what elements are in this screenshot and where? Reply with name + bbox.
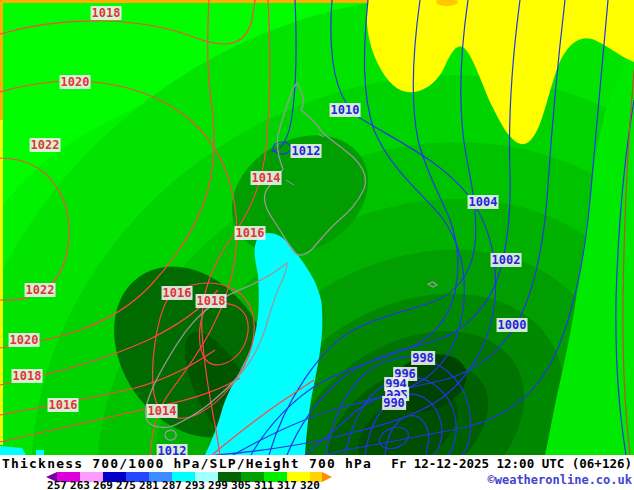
pressure-label-1018: 1018 bbox=[12, 369, 43, 383]
colorbar-value: 287 bbox=[162, 479, 182, 490]
pressure-label-1010: 1010 bbox=[330, 103, 361, 117]
legend-datetime: Fr 12-12-2025 12:00 UTC (06+126) bbox=[391, 456, 632, 471]
pressure-label-1000: 1000 bbox=[497, 318, 528, 332]
colorbar-value: 269 bbox=[93, 479, 113, 490]
pressure-label-layer: 1018102010221022102010181016101410141016… bbox=[0, 0, 634, 455]
colorbar-value: 311 bbox=[254, 479, 274, 490]
pressure-label-1012: 1012 bbox=[291, 144, 322, 158]
pressure-label-1002: 1002 bbox=[491, 253, 522, 267]
pressure-label-1016: 1016 bbox=[162, 286, 193, 300]
pressure-label-1020: 1020 bbox=[9, 333, 40, 347]
colorbar-value: 305 bbox=[231, 479, 251, 490]
pressure-label-1020: 1020 bbox=[60, 75, 91, 89]
colorbar-value: 320 bbox=[300, 479, 320, 490]
legend-bar: Thickness 700/1000 hPa/SLP/Height 700 hP… bbox=[0, 455, 634, 490]
colorbar-value: 317 bbox=[277, 479, 297, 490]
copyright-link[interactable]: ©weatheronline.co.uk bbox=[488, 473, 633, 487]
pressure-label-1022: 1022 bbox=[30, 138, 61, 152]
pressure-label-990: 990 bbox=[382, 396, 406, 410]
weather-map-page: 1018102010221022102010181016101410141016… bbox=[0, 0, 634, 490]
pressure-label-1016: 1016 bbox=[48, 398, 79, 412]
pressure-label-1014: 1014 bbox=[251, 171, 282, 185]
pressure-label-1016: 1016 bbox=[235, 226, 266, 240]
pressure-label-1004: 1004 bbox=[468, 195, 499, 209]
colorbar-value: 299 bbox=[208, 479, 228, 490]
pressure-label-1012: 1012 bbox=[157, 444, 188, 455]
colorbar-value: 257 bbox=[47, 479, 67, 490]
colorbar-value: 275 bbox=[116, 479, 136, 490]
pressure-label-1018: 1018 bbox=[91, 6, 122, 20]
colorbar-segment bbox=[322, 472, 332, 482]
colorbar-value: 281 bbox=[139, 479, 159, 490]
colorbar-value: 263 bbox=[70, 479, 90, 490]
pressure-label-1022: 1022 bbox=[25, 283, 56, 297]
pressure-label-1018: 1018 bbox=[196, 294, 227, 308]
map-canvas: 1018102010221022102010181016101410141016… bbox=[0, 0, 634, 455]
pressure-label-1014: 1014 bbox=[147, 404, 178, 418]
colorbar-value: 293 bbox=[185, 479, 205, 490]
pressure-label-998: 998 bbox=[411, 351, 435, 365]
legend-title: Thickness 700/1000 hPa/SLP/Height 700 hP… bbox=[2, 456, 372, 471]
